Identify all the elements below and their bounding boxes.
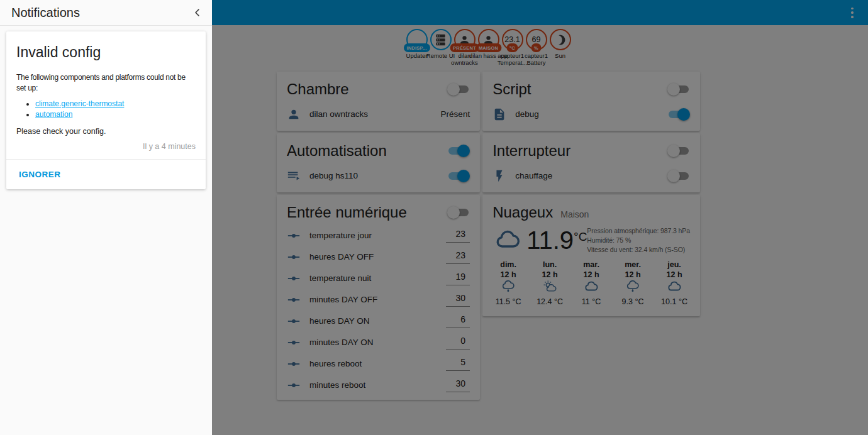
notification-card: Invalid config The following components … bbox=[6, 31, 206, 189]
notification-timestamp: Il y a 4 minutes bbox=[16, 142, 196, 151]
notification-title: Invalid config bbox=[16, 44, 196, 61]
list-item: automation bbox=[35, 110, 196, 119]
list-item: climate.generic-thermostat bbox=[35, 99, 196, 108]
drawer-title: Notifications bbox=[11, 6, 80, 20]
component-link[interactable]: automation bbox=[35, 110, 72, 119]
overlay-scrim[interactable] bbox=[212, 0, 868, 435]
drawer-header: Notifications bbox=[0, 0, 212, 26]
notification-body: The following components and platforms c… bbox=[16, 72, 196, 94]
notification-links: climate.generic-thermostat automation bbox=[16, 99, 196, 119]
notification-footer: Please check your config. bbox=[16, 127, 196, 136]
notification-actions: IGNORER bbox=[6, 159, 206, 189]
chevron-left-icon[interactable] bbox=[192, 7, 203, 18]
component-link[interactable]: climate.generic-thermostat bbox=[35, 99, 124, 108]
notifications-drawer: Notifications Invalid config The followi… bbox=[0, 0, 212, 435]
ignore-button[interactable]: IGNORER bbox=[19, 170, 61, 179]
